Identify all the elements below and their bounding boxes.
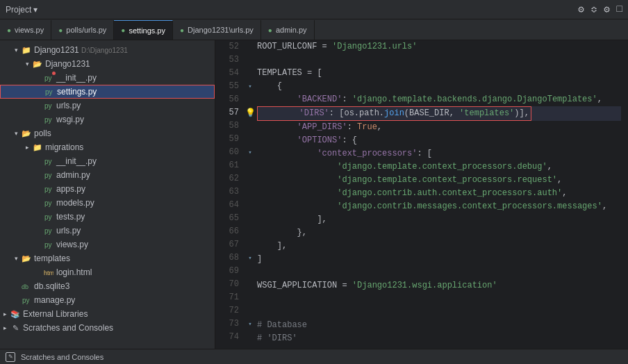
project-title-text: Project — [6, 5, 31, 15]
sidebar-item-wsgi-py[interactable]: py wsgi.py — [0, 113, 215, 126]
tab-py-icon: ● — [7, 26, 11, 34]
tab-settings[interactable]: ● settings.py — [114, 20, 173, 40]
svg-text:py: py — [44, 185, 52, 193]
svg-text:py: py — [44, 158, 52, 165]
code-line: ] — [257, 253, 621, 266]
sidebar-item-label: apps.py — [56, 184, 85, 194]
sidebar-item-label: manage.py — [34, 295, 75, 305]
line-number: 61 — [215, 159, 239, 172]
sidebar-item-label: views.py — [56, 240, 88, 249]
code-line: 'django.template.context_processors.requ… — [257, 174, 621, 187]
py-file-icon: py — [43, 197, 54, 208]
sidebar-item-label: tests.py — [56, 212, 85, 222]
settings-icon[interactable]: ⚙ — [578, 3, 584, 15]
sidebar-item-polls-views[interactable]: py views.py — [0, 238, 215, 251]
sidebar-item-project-root[interactable]: ▾ 📁 Django1231 D:\Django1231 — [0, 43, 215, 57]
sidebar-item-external-libraries[interactable]: ▸ 📚 External Libraries — [0, 307, 215, 321]
sidebar-item-init-py[interactable]: py __init__.py — [0, 71, 215, 85]
gutter-item — [243, 225, 257, 238]
tab-py-icon: ● — [58, 26, 63, 34]
sidebar-item-label: polls — [34, 129, 51, 138]
folder-open-icon: 📂 — [21, 128, 32, 139]
tab-admin[interactable]: ● admin.py — [261, 20, 315, 40]
arrow-icon: ▾ — [22, 60, 32, 67]
sidebar-item-urls-py[interactable]: py urls.py — [0, 99, 215, 113]
svg-text:py: py — [44, 116, 52, 124]
arrow-icon: ▸ — [22, 144, 32, 151]
sidebar-item-label: Scratches and Consoles — [23, 323, 113, 333]
sidebar-item-login-html[interactable]: html login.html — [0, 265, 215, 279]
sidebar-item-label: db.sqlite3 — [34, 281, 69, 291]
code-line: 'BACKEND': 'django.template.backends.dja… — [257, 93, 621, 106]
code-line: 'OPTIONS': { — [257, 134, 621, 147]
sidebar-item-apps-py[interactable]: py apps.py — [0, 182, 215, 196]
sidebar-item-polls[interactable]: ▾ 📂 polls — [0, 126, 215, 140]
code-lines[interactable]: ROOT_URLCONF = 'Django1231.urls'TEMPLATE… — [257, 40, 628, 349]
sidebar-item-polls-init[interactable]: py __init__.py — [0, 154, 215, 168]
editor: 5253545556575859606162636465666768697071… — [215, 40, 628, 349]
code-line — [257, 266, 621, 279]
sidebar-item-django1231-pkg[interactable]: ▾ 📂 Django1231 — [0, 57, 215, 71]
sidebar-item-label: admin.py — [56, 170, 90, 180]
code-line: { — [257, 80, 621, 93]
py-file-icon: py — [43, 169, 54, 181]
sidebar-item-label: models.py — [56, 198, 94, 208]
tab-polls-urls[interactable]: ● polls/urls.py — [51, 20, 114, 40]
line-number: 62 — [215, 172, 239, 185]
line-number: 52 — [215, 40, 239, 53]
folder-open-icon: 📂 — [21, 253, 32, 264]
gutter-item — [243, 331, 257, 344]
svg-text:py: py — [44, 102, 52, 110]
sidebar-item-polls-urls[interactable]: py urls.py — [0, 224, 215, 238]
code-line: ROOT_URLCONF = 'Django1231.urls' — [257, 40, 621, 53]
window-icon[interactable]: □ — [617, 3, 622, 15]
scratches-icon: ✎ — [10, 322, 21, 333]
line-number: 64 — [215, 199, 239, 212]
sidebar-item-templates[interactable]: ▾ 📂 templates — [0, 251, 215, 265]
line-number: 71 — [215, 291, 239, 304]
folder-open-icon: 📂 — [32, 58, 43, 69]
gutter-item: ▾ — [243, 80, 257, 93]
line-number: 74 — [215, 331, 239, 344]
sidebar-item-label: External Libraries — [23, 309, 88, 319]
gutter-item — [243, 304, 257, 317]
sidebar-item-tests-py[interactable]: py tests.py — [0, 210, 215, 224]
arrow-icon: ▾ — [11, 255, 21, 262]
gutter-item — [243, 265, 257, 278]
project-chevron-icon: ▾ — [33, 5, 38, 15]
code-line: WSGI_APPLICATION = 'Django1231.wsgi.appl… — [257, 279, 621, 292]
project-label[interactable]: Project ▾ — [6, 5, 38, 15]
code-line — [257, 292, 621, 306]
line-number: 57 — [215, 106, 239, 119]
tab-label: settings.py — [129, 26, 165, 35]
sidebar-item-label: Django1231 — [45, 59, 90, 69]
tab-django1231-urls[interactable]: ● Django1231\urls.py — [173, 20, 261, 40]
library-icon: 📚 — [10, 308, 21, 320]
code-line: 'APP_DIRS': True, — [257, 121, 621, 134]
sidebar-item-settings-py[interactable]: py settings.py — [0, 85, 215, 99]
sidebar-item-models-py[interactable]: py models.py — [0, 196, 215, 210]
sidebar-item-manage-py[interactable]: py manage.py — [0, 293, 215, 307]
line-number: 67 — [215, 238, 239, 251]
folder-icon: 📁 — [21, 44, 32, 56]
layout-icon[interactable]: ≎ — [591, 3, 597, 15]
line-number: 54 — [215, 67, 239, 80]
main-content: ▾ 📁 Django1231 D:\Django1231 ▾ 📂 Django1… — [0, 40, 628, 349]
line-number: 53 — [215, 53, 239, 67]
sidebar-item-label: templates — [34, 254, 70, 263]
py-file-icon: py — [43, 156, 54, 167]
sidebar-item-db-sqlite3[interactable]: db db.sqlite3 — [0, 279, 215, 293]
sidebar-item-migrations[interactable]: ▸ 📁 migrations — [0, 140, 215, 154]
sidebar-item-scratches[interactable]: ▸ ✎ Scratches and Consoles — [0, 321, 215, 335]
modified-badge — [52, 72, 56, 75]
sidebar-item-label: migrations — [45, 142, 83, 152]
gutter-item — [243, 133, 257, 146]
py-file-icon: py — [43, 100, 54, 111]
tabs-bar: ● views.py ● polls/urls.py ● settings.py… — [0, 19, 628, 40]
svg-text:py: py — [44, 227, 52, 235]
gutter-item — [243, 212, 257, 225]
sidebar-item-admin-py[interactable]: py admin.py — [0, 168, 215, 182]
tab-views[interactable]: ● views.py — [0, 20, 51, 40]
svg-text:py: py — [44, 213, 52, 221]
tools-icon[interactable]: ⚙ — [604, 3, 609, 15]
